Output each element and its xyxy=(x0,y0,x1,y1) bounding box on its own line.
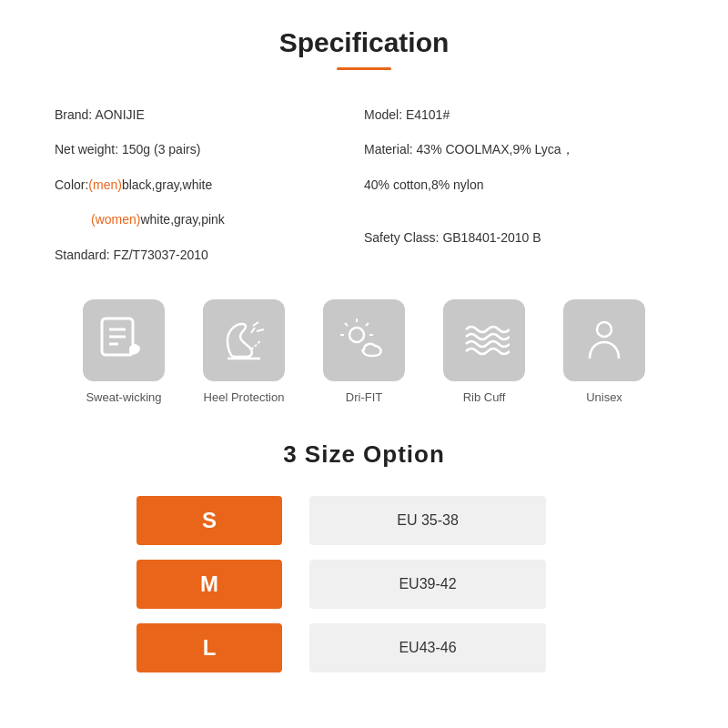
spec-material-value2: 40% cotton,8% nylon xyxy=(364,177,484,192)
rib-cuff-label: Rib Cuff xyxy=(463,390,506,404)
spec-weight-key: Net weight: xyxy=(55,142,118,157)
rib-cuff-icon xyxy=(459,315,510,366)
icon-unisex: Unisex xyxy=(554,299,654,404)
spec-color-women-values: white,gray,pink xyxy=(140,212,224,227)
size-s-button[interactable]: S xyxy=(136,496,282,545)
spec-safety-key: Safety Class: xyxy=(364,230,439,245)
spec-standard-value: FZ/T73037-2010 xyxy=(114,248,208,262)
size-l-button[interactable]: L xyxy=(136,623,282,672)
specs-right: Model: E4101# Material: 43% COOLMAX,9% L… xyxy=(364,97,673,272)
unisex-label: Unisex xyxy=(586,390,622,404)
spec-material-2: 40% cotton,8% nylon xyxy=(364,167,673,202)
svg-line-7 xyxy=(251,328,255,333)
size-l-value: EU43-46 xyxy=(309,623,546,672)
icon-rib-cuff: Rib Cuff xyxy=(434,299,534,404)
spec-brand-value: AONIJIE xyxy=(95,107,144,122)
spec-model: Model: E4101# xyxy=(364,97,673,132)
spec-model-key: Model: xyxy=(364,107,402,122)
icon-sweat-wicking: Sweat-wicking xyxy=(74,299,174,404)
icon-heel-protection: Heel Protection xyxy=(194,299,294,404)
spec-color-men-values: black,gray,white xyxy=(122,177,212,192)
spec-model-value: E4101# xyxy=(406,107,450,122)
spec-material: Material: 43% COOLMAX,9% Lyca， xyxy=(364,132,673,167)
size-s-value: EU 35-38 xyxy=(309,496,546,545)
spec-color-key: Color: xyxy=(55,177,88,192)
unisex-icon-box xyxy=(563,299,645,381)
page-container: Specification Brand: AONIJIE Net weight:… xyxy=(0,0,728,709)
spec-brand-key: Brand: xyxy=(55,107,92,122)
heel-protection-icon xyxy=(218,315,269,366)
icons-section: Sweat-wicking Heel Protection xyxy=(55,299,673,404)
svg-line-10 xyxy=(366,323,369,326)
sweat-wicking-label: Sweat-wicking xyxy=(86,390,161,404)
spec-weight-value: 150g (3 pairs) xyxy=(122,142,200,157)
spec-safety: Safety Class: GB18401-2010 B xyxy=(364,220,673,255)
svg-line-12 xyxy=(345,323,348,326)
spec-material-value1: 43% COOLMAX,9% Lyca， xyxy=(417,142,574,157)
size-m-button[interactable]: M xyxy=(136,560,282,609)
spec-standard: Standard: FZ/T73037-2010 xyxy=(55,238,364,272)
icon-dri-fit: Dri-FIT xyxy=(314,299,414,404)
spec-material-key: Material: xyxy=(364,142,413,157)
size-row-m: M EU39-42 xyxy=(136,560,592,609)
spec-weight: Net weight: 150g (3 pairs) xyxy=(55,132,364,167)
spec-brand: Brand: AONIJIE xyxy=(55,97,364,132)
size-section: 3 Size Option S EU 35-38 M EU39-42 L EU4… xyxy=(55,440,673,672)
svg-line-5 xyxy=(253,322,258,326)
spec-color-women-label: (women) xyxy=(91,212,140,227)
title-underline xyxy=(337,67,391,70)
unisex-icon xyxy=(579,315,630,366)
title-section: Specification xyxy=(55,27,673,70)
specs-grid: Brand: AONIJIE Net weight: 150g (3 pairs… xyxy=(55,97,673,272)
spec-color-men: (men) xyxy=(88,177,122,192)
dri-fit-icon xyxy=(339,315,389,366)
size-row-l: L EU43-46 xyxy=(136,623,592,672)
rib-cuff-icon-box xyxy=(443,299,525,381)
svg-point-14 xyxy=(597,322,612,337)
heel-protection-icon-box xyxy=(203,299,285,381)
sweat-wicking-icon xyxy=(98,315,149,366)
svg-point-8 xyxy=(349,328,364,342)
page-title: Specification xyxy=(55,27,673,58)
sweat-wicking-icon-box xyxy=(83,299,165,381)
size-rows: S EU 35-38 M EU39-42 L EU43-46 xyxy=(55,496,673,672)
dri-fit-icon-box xyxy=(323,299,405,381)
size-row-s: S EU 35-38 xyxy=(136,496,592,545)
size-title: 3 Size Option xyxy=(55,440,673,469)
specs-left: Brand: AONIJIE Net weight: 150g (3 pairs… xyxy=(55,97,364,272)
heel-protection-label: Heel Protection xyxy=(204,390,285,404)
spec-color-women: (women)white,gray,pink xyxy=(55,202,364,237)
spec-standard-key: Standard: xyxy=(55,248,110,262)
svg-line-6 xyxy=(257,329,264,331)
spec-color: Color:(men)black,gray,white xyxy=(55,167,364,202)
spec-safety-value: GB18401-2010 B xyxy=(442,230,541,245)
size-m-value: EU39-42 xyxy=(309,560,546,609)
dri-fit-label: Dri-FIT xyxy=(346,390,382,404)
